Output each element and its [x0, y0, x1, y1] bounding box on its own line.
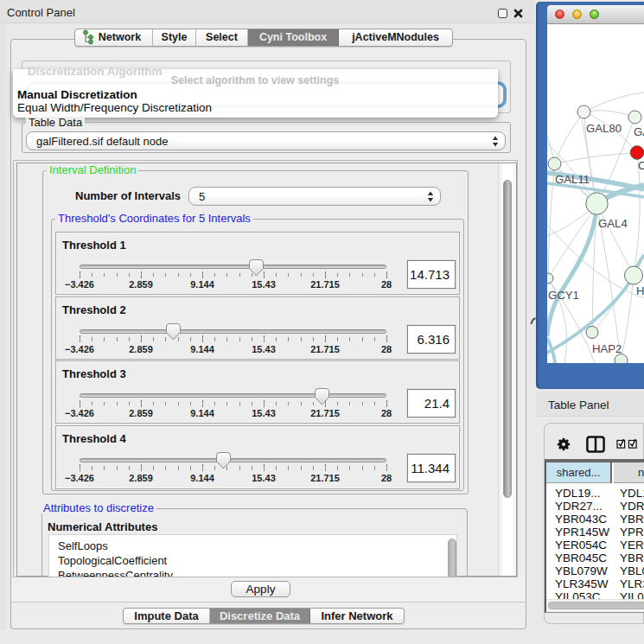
svg-text:GAL80: GAL80 — [586, 122, 622, 135]
svg-text:GAL: GAL — [634, 125, 644, 138]
svg-text:GAL4: GAL4 — [598, 217, 628, 230]
svg-text:HA: HA — [636, 284, 644, 297]
svg-text:GAL11: GAL11 — [555, 173, 590, 186]
svg-text:GCY1: GCY1 — [548, 289, 579, 302]
svg-text:HAP2: HAP2 — [592, 342, 622, 355]
svg-text:CY: CY — [638, 159, 644, 172]
